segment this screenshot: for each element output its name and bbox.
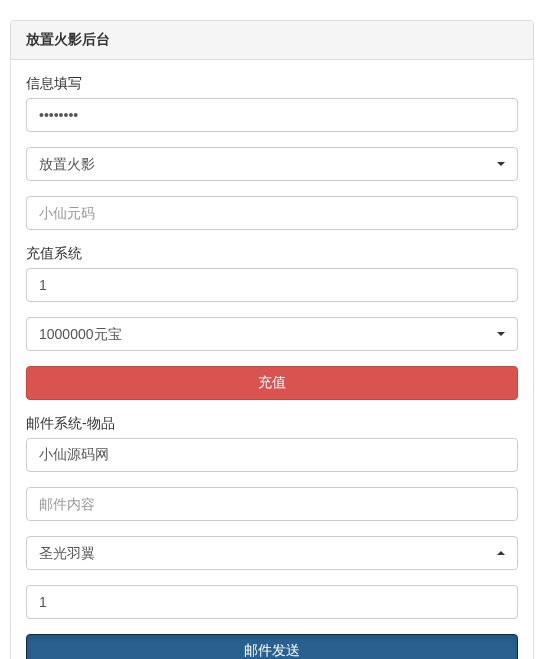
recharge-amount-select[interactable]: 1000000元宝 bbox=[26, 317, 518, 351]
mail-label: 邮件系统-物品 bbox=[26, 415, 115, 433]
mail-group: 邮件系统-物品 bbox=[26, 415, 518, 472]
info-label: 信息填写 bbox=[26, 75, 82, 93]
caret-up-icon bbox=[497, 551, 505, 555]
password-input[interactable] bbox=[26, 98, 518, 132]
mail-send-button[interactable]: 邮件发送 bbox=[26, 634, 518, 659]
recharge-button[interactable]: 充值 bbox=[26, 366, 518, 400]
caret-down-icon bbox=[497, 332, 505, 336]
game-select[interactable]: 放置火影 bbox=[26, 147, 518, 181]
mail-content-input[interactable] bbox=[26, 487, 518, 521]
recharge-group: 充值系统 bbox=[26, 245, 518, 302]
mail-recipient-input[interactable] bbox=[26, 438, 518, 472]
recharge-amount-value: 1000000元宝 bbox=[27, 318, 517, 350]
recharge-label: 充值系统 bbox=[26, 245, 82, 263]
code-input[interactable] bbox=[26, 196, 518, 230]
caret-down-icon bbox=[497, 162, 505, 166]
mail-quantity-input[interactable] bbox=[26, 585, 518, 619]
info-group: 信息填写 bbox=[26, 75, 518, 132]
mail-item-value: 圣光羽翼 bbox=[27, 537, 517, 569]
main-panel: 放置火影后台 信息填写 放置火影 充值系统 1000000元宝 充值 邮件系统-… bbox=[10, 20, 534, 659]
panel-body: 信息填写 放置火影 充值系统 1000000元宝 充值 邮件系统-物品 bbox=[11, 60, 533, 659]
game-select-value: 放置火影 bbox=[27, 148, 517, 180]
panel-heading: 放置火影后台 bbox=[11, 21, 533, 60]
panel-title: 放置火影后台 bbox=[26, 31, 518, 49]
mail-item-select[interactable]: 圣光羽翼 bbox=[26, 536, 518, 570]
recharge-quantity-input[interactable] bbox=[26, 268, 518, 302]
